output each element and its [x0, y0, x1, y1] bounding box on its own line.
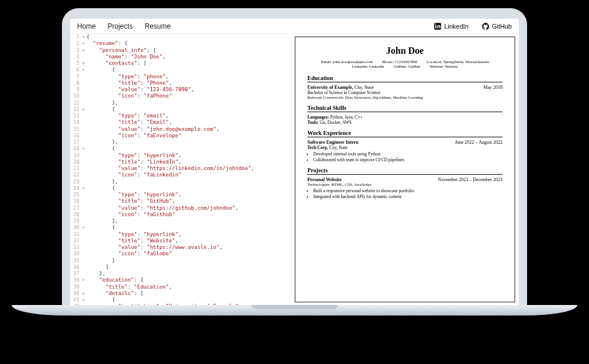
code-line[interactable]: 40▾ "details": [ — [70, 290, 292, 297]
fold-toggle-icon[interactable]: ▾ — [82, 224, 86, 231]
fold-toggle-icon[interactable]: ▾ — [82, 34, 86, 40]
code-line[interactable]: 26 "title": "GitHub", — [70, 198, 292, 204]
line-number: 41 — [70, 297, 82, 303]
code-text: "icon": "faLinkedin" — [86, 172, 182, 178]
fold-toggle-icon — [82, 93, 86, 99]
line-number: 39 — [70, 284, 82, 290]
code-line[interactable]: 3▾ "personal_info": { — [70, 47, 292, 54]
json-editor[interactable]: 1▾{2▾ "resume": {3▾ "personal_info": {4 … — [70, 34, 292, 306]
code-line[interactable]: 24▾ { — [70, 185, 292, 192]
code-line[interactable]: 39 "title": "Education", — [70, 284, 292, 290]
code-line[interactable]: 23 }, — [70, 179, 292, 185]
code-line[interactable]: 15 "value": "john.doe@example.com", — [70, 126, 292, 133]
fold-toggle-icon[interactable]: ▾ — [82, 277, 86, 283]
code-text: "icon": "faGithub" — [86, 212, 175, 218]
code-line[interactable]: 30▾ { — [70, 224, 292, 231]
code-line[interactable]: 11 }, — [70, 100, 292, 106]
code-line[interactable]: 41▾ { — [70, 297, 292, 303]
code-line[interactable]: 37 }, — [70, 271, 292, 277]
line-number: 4 — [70, 54, 82, 60]
fold-toggle-icon — [82, 231, 86, 238]
code-line[interactable]: 38▾ "education": { — [70, 277, 292, 283]
code-line[interactable]: 10 "icon": "faPhone" — [70, 93, 292, 99]
fold-toggle-icon — [82, 251, 86, 257]
navbar: Home Projects Resume LinkedIn GitHub — [70, 19, 519, 34]
code-line[interactable]: 14 "title": "Email", — [70, 119, 292, 126]
fold-toggle-icon — [82, 198, 86, 204]
code-text: "icon": "faPhone" — [86, 93, 172, 99]
code-line[interactable]: 13 "type": "email", — [70, 113, 292, 119]
fold-toggle-icon[interactable]: ▾ — [82, 47, 86, 54]
fold-toggle-icon[interactable]: ▾ — [82, 145, 86, 152]
code-line[interactable]: 8 "title": "Phone", — [70, 80, 292, 86]
code-line[interactable]: 2▾ "resume": { — [70, 40, 292, 47]
line-number: 5 — [70, 60, 82, 67]
nav-resume[interactable]: Resume — [144, 22, 171, 30]
code-line[interactable]: 32 "title": "Website", — [70, 238, 292, 244]
work-bullet: Collaborated with team to improve CI/CD … — [313, 157, 503, 162]
fold-toggle-icon[interactable]: ▾ — [82, 106, 86, 113]
work-bullet: Developed internal tools using Python — [313, 151, 503, 157]
code-text: }, — [86, 218, 118, 224]
fold-toggle-icon — [82, 133, 86, 139]
code-text: "value": "https://linkedin.com/in/johndo… — [86, 165, 254, 172]
fold-toggle-icon — [82, 113, 86, 119]
code-text: "details": [ — [86, 290, 144, 297]
fold-toggle-icon — [82, 205, 86, 212]
code-line[interactable]: 7 "type": "phone", — [70, 74, 292, 80]
code-line[interactable]: 31 "type": "hyperlink", — [70, 231, 292, 238]
code-line[interactable]: 1▾{ — [70, 34, 292, 40]
line-number: 31 — [70, 231, 82, 238]
nav-linkedin[interactable]: LinkedIn — [434, 22, 469, 30]
fold-toggle-icon[interactable]: ▾ — [82, 67, 86, 73]
nav-home[interactable]: Home — [77, 22, 96, 30]
code-line[interactable]: 28 "icon": "faGithub" — [70, 212, 292, 218]
line-number: 16 — [70, 133, 82, 139]
code-line[interactable]: 17 }, — [70, 139, 292, 145]
project-bullet: Built a responsive personal website to s… — [313, 188, 503, 193]
fold-toggle-icon[interactable]: ▾ — [82, 297, 86, 303]
code-text: { — [86, 185, 115, 192]
line-number: 1 — [70, 34, 82, 40]
fold-toggle-icon[interactable]: ▾ — [82, 40, 86, 47]
code-line[interactable]: 21 "value": "https://linkedin.com/in/joh… — [70, 165, 292, 172]
line-number: 14 — [70, 119, 82, 126]
code-text: "type": "phone", — [86, 74, 169, 80]
code-line[interactable]: 9 "value": "123-456-7890", — [70, 86, 292, 93]
code-line[interactable]: 16 "icon": "faEnvelope" — [70, 133, 292, 139]
fold-toggle-icon[interactable]: ▾ — [82, 290, 86, 297]
code-line[interactable]: 29 }, — [70, 218, 292, 224]
fold-toggle-icon — [82, 179, 86, 185]
nav-projects[interactable]: Projects — [108, 22, 133, 30]
code-line[interactable]: 4 "name": "John Doe", — [70, 54, 292, 60]
code-text: { — [86, 67, 115, 73]
code-text: "title": "LinkedIn", — [86, 159, 182, 165]
code-line[interactable]: 20 "title": "LinkedIn", — [70, 159, 292, 165]
nav-github[interactable]: GitHub — [481, 22, 512, 30]
code-line[interactable]: 35 } — [70, 258, 292, 264]
section-work: Work Experience — [307, 130, 503, 137]
fold-toggle-icon — [82, 258, 86, 264]
code-line[interactable]: 33 "value": "https://www.availe.io", — [70, 244, 292, 251]
fold-toggle-icon[interactable]: ▾ — [82, 185, 86, 192]
line-number: 27 — [70, 205, 82, 212]
edu-degree: Bachelor of Science in Computer Science — [307, 90, 503, 95]
laptop-frame: Home Projects Resume LinkedIn GitHub 1▾{… — [62, 8, 527, 306]
line-number: 26 — [70, 198, 82, 204]
code-line[interactable]: 5▾ "contacts": [ — [70, 60, 292, 67]
code-line[interactable]: 22 "icon": "faLinkedin" — [70, 172, 292, 178]
work-date: June 2022 – August 2022 — [455, 140, 503, 145]
code-line[interactable]: 36 ] — [70, 264, 292, 271]
code-line[interactable]: 18▾ { — [70, 145, 292, 152]
code-line[interactable]: 19 "type": "hyperlink", — [70, 152, 292, 159]
work-role: Software Engineer Intern — [307, 140, 358, 145]
fold-toggle-icon[interactable]: ▾ — [82, 60, 86, 67]
code-text: }, — [86, 271, 106, 277]
fold-toggle-icon — [82, 74, 86, 80]
code-line[interactable]: 34 "icon": "faGlobe" — [70, 251, 292, 257]
code-line[interactable]: 27 "value": "https://github.com/johndoe"… — [70, 205, 292, 212]
code-line[interactable]: 6▾ { — [70, 67, 292, 73]
code-line[interactable]: 25 "type": "hyperlink", — [70, 192, 292, 198]
code-line[interactable]: 12▾ { — [70, 106, 292, 113]
line-number: 24 — [70, 185, 82, 192]
